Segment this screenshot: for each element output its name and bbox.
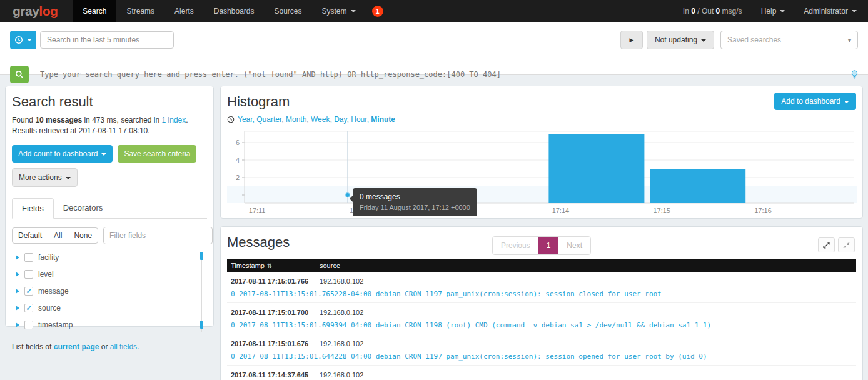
resolution-link-week[interactable]: Week [311, 115, 330, 124]
message-timestamp: 2017-08-11 17:15:01.700 [227, 309, 320, 316]
lightbulb-icon[interactable] [851, 70, 858, 79]
svg-text:17:15: 17:15 [653, 207, 670, 214]
field-checkbox-source[interactable]: ✓ [24, 304, 33, 312]
nav-help-menu[interactable]: Help [761, 7, 785, 16]
resolution-link-minute[interactable]: Minute [371, 115, 395, 124]
field-expand-caret-icon[interactable] [16, 272, 19, 277]
message-row[interactable]: 2017-08-11 17:15:01.676192.168.0.1020 20… [227, 334, 856, 366]
saved-searches-select[interactable]: Saved searches ▾ [720, 31, 858, 49]
fields-scrollbar-thumb[interactable] [200, 252, 203, 260]
fields-all-button[interactable]: All [48, 228, 68, 244]
tab-decorators[interactable]: Decorators [54, 198, 113, 219]
pagination-page-1[interactable]: 1 [538, 237, 559, 254]
resolution-link-quarter[interactable]: Quarter [256, 115, 281, 124]
histogram-chart[interactable]: 24617:1117:1217:1317:1417:1517:16 [227, 127, 857, 221]
messages-panel: Messages Previous 1 Next Timestamp⇅ sour… [220, 226, 863, 380]
throughput-indicator: In 0 / Out 0 msg/s [683, 7, 742, 16]
nav-item-alerts[interactable]: Alerts [164, 0, 204, 22]
query-input[interactable] [39, 69, 845, 79]
tab-fields[interactable]: Fields [12, 198, 54, 219]
search-result-panel: Search result Found 10 messages in 473 m… [5, 86, 214, 327]
summary-count: 10 messages [35, 116, 82, 124]
field-row-level: level [12, 266, 207, 283]
nav-item-sources[interactable]: Sources [264, 0, 311, 22]
search-result-title: Search result [12, 94, 207, 110]
message-row[interactable]: 2017-08-11 17:15:01.700192.168.0.1020 20… [227, 303, 856, 334]
current-page-link[interactable]: current page [54, 342, 99, 351]
field-expand-caret-icon[interactable] [16, 306, 19, 311]
pagination-next[interactable]: Next [558, 237, 590, 254]
column-timestamp: Timestamp [231, 262, 265, 269]
save-search-criteria-button[interactable]: Save search criteria [118, 145, 196, 162]
message-source: 192.168.0.102 [320, 278, 363, 285]
search-submit-button[interactable] [10, 66, 29, 83]
nav-item-search[interactable]: Search [73, 0, 116, 22]
expand-messages-button[interactable] [818, 238, 835, 252]
add-to-dashboard-button[interactable]: Add to dashboard [774, 92, 856, 110]
chevron-down-icon [780, 10, 785, 12]
chevron-down-icon [351, 10, 356, 12]
message-timestamp: 2017-08-11 17:15:01.676 [227, 340, 320, 348]
chevron-down-icon [101, 153, 106, 156]
histogram-resolution-links: Year, Quarter, Month, Week, Day, Hour, M… [238, 115, 395, 124]
message-text: 0 2017-08-11T13:15:01.699394-04:00 debia… [227, 321, 856, 329]
message-text: 0 2017-08-11T13:15:01.644228-04:00 debia… [227, 352, 856, 361]
fields-default-button[interactable]: Default [12, 228, 48, 244]
result-summary: Found 10 messages in 473 ms, searched in… [12, 115, 207, 137]
play-button[interactable]: ▶ [620, 31, 643, 49]
filter-fields-input[interactable] [103, 227, 213, 244]
add-count-label: Add count to dashboard [18, 149, 98, 158]
resolution-link-month[interactable]: Month [286, 115, 306, 124]
add-count-to-dashboard-button[interactable]: Add count to dashboard [12, 145, 113, 162]
graylog-logo[interactable]: graylog [0, 0, 73, 22]
histogram-panel: Histogram Add to dashboard Year, Quarter… [220, 86, 863, 219]
column-source: source [320, 262, 340, 269]
brand-gray: gray [13, 4, 39, 19]
nav-item-streams[interactable]: Streams [116, 0, 164, 22]
index-link[interactable]: 1 index [162, 116, 186, 124]
fields-none-button[interactable]: None [68, 228, 98, 244]
footer-or: or [101, 342, 108, 351]
add-to-dashboard-label: Add to dashboard [781, 97, 840, 106]
all-fields-link[interactable]: all fields [110, 342, 137, 351]
notification-badge[interactable]: 1 [372, 6, 383, 17]
field-checkbox-timestamp[interactable] [24, 321, 33, 329]
more-actions-label: More actions [19, 173, 62, 182]
message-timestamp: 2017-08-11 17:14:37.645 [227, 371, 320, 379]
fields-scrollbar-track [201, 252, 202, 332]
nav-item-dashboards[interactable]: Dashboards [204, 0, 265, 22]
message-row[interactable]: 2017-08-11 17:14:37.645192.168.0.1020 20… [227, 366, 856, 380]
more-actions-button[interactable]: More actions [12, 168, 78, 187]
summary-prefix: Found [12, 116, 33, 124]
summary-suffix: . [186, 116, 188, 124]
timerange-dropdown-button[interactable] [10, 31, 36, 49]
nav-item-system-label: System [322, 7, 347, 16]
nav-item-system[interactable]: System [312, 0, 366, 22]
field-checkbox-level[interactable] [24, 270, 33, 279]
summary-middle: in 473 ms, searched in [84, 116, 159, 124]
svg-text:6: 6 [236, 139, 240, 146]
resolution-link-year[interactable]: Year [238, 115, 253, 124]
messages-tbody: 2017-08-11 17:15:01.766192.168.0.1020 20… [227, 272, 856, 380]
sort-icon[interactable]: ⇅ [267, 262, 272, 269]
field-expand-caret-icon[interactable] [16, 322, 19, 328]
resolution-link-hour[interactable]: Hour [351, 115, 366, 124]
collapse-messages-button[interactable] [838, 238, 855, 252]
footer-prefix: List fields of [12, 342, 51, 351]
nav-user-menu[interactable]: Administrator [804, 7, 857, 16]
field-checkbox-facility[interactable] [24, 253, 33, 262]
field-label: facility [38, 253, 59, 262]
message-row[interactable]: 2017-08-11 17:15:01.766192.168.0.1020 20… [227, 272, 856, 303]
throughput-out-label: / Out [697, 7, 714, 16]
timerange-row: ▶ Not updating Saved searches ▾ [0, 22, 868, 49]
field-checkbox-message[interactable]: ✓ [24, 287, 33, 296]
timerange-input[interactable] [40, 31, 174, 49]
resolution-link-day[interactable]: Day [334, 115, 346, 124]
search-icon [15, 70, 24, 79]
pagination-previous[interactable]: Previous [493, 237, 538, 254]
field-expand-caret-icon[interactable] [16, 289, 19, 294]
fields-scrollbar-thumb[interactable] [200, 321, 203, 329]
chevron-down-icon [852, 10, 857, 12]
field-expand-caret-icon[interactable] [16, 255, 19, 260]
refresh-dropdown-button[interactable]: Not updating [647, 31, 714, 49]
